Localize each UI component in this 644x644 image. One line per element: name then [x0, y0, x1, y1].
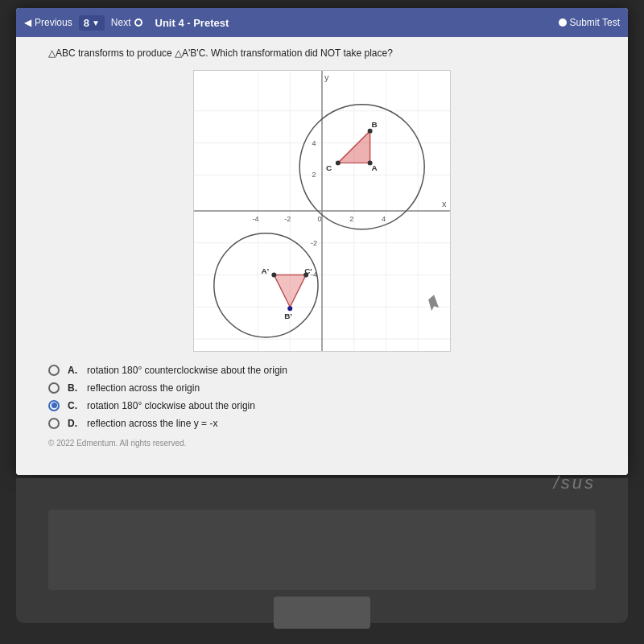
svg-text:-2: -2: [284, 215, 291, 223]
radio-a[interactable]: [48, 365, 60, 376]
answer-row-b[interactable]: B. reflection across the origin: [48, 382, 596, 394]
previous-icon: ◀: [24, 17, 31, 28]
graph-container: x y -4 -2 0 2 4 4 2 -2 -4: [193, 70, 451, 352]
svg-point-35: [336, 160, 341, 165]
submit-test-button[interactable]: Submit Test: [559, 17, 620, 28]
submit-label: Submit Test: [570, 17, 620, 28]
question-number-control[interactable]: 8 ▼: [79, 15, 105, 31]
asus-logo: /sus: [48, 473, 596, 493]
nav-bar: ◀ Previous 8 ▼ Next Unit 4 - Pretest Sub…: [16, 8, 628, 37]
question-number: 8: [84, 17, 89, 29]
svg-text:B: B: [372, 119, 378, 128]
svg-text:C: C: [326, 163, 332, 172]
answer-row-a[interactable]: A. rotation 180° counterclockwise about …: [48, 365, 596, 376]
svg-point-41: [271, 272, 276, 277]
previous-label: Previous: [35, 17, 72, 28]
answer-row-d[interactable]: D. reflection across the line y = -x: [48, 418, 596, 429]
answer-label-d: D.: [68, 418, 79, 429]
page-title: Unit 4 - Pretest: [155, 17, 229, 29]
svg-text:B': B': [284, 312, 292, 320]
svg-text:-4: -4: [253, 215, 259, 223]
submit-icon: [559, 19, 567, 27]
main-content: △ABC transforms to produce △A'B'C. Which…: [16, 37, 628, 475]
chevron-down-icon: ▼: [92, 19, 100, 27]
laptop-body: /sus: [16, 478, 628, 623]
svg-text:x: x: [442, 199, 447, 208]
answer-label-c: C.: [68, 400, 79, 411]
answer-text-d: reflection across the line y = -x: [87, 418, 217, 429]
svg-text:4: 4: [382, 215, 386, 223]
svg-text:4: 4: [312, 138, 316, 147]
svg-point-43: [287, 306, 292, 311]
svg-point-33: [368, 128, 373, 133]
question-text: △ABC transforms to produce △A'B'C. Which…: [48, 47, 596, 60]
svg-text:-2: -2: [311, 239, 317, 247]
answer-choices: A. rotation 180° counterclockwise about …: [48, 365, 596, 429]
answer-row-c[interactable]: C. rotation 180° clockwise about the ori…: [48, 400, 596, 411]
svg-text:2: 2: [312, 171, 316, 179]
answer-label-b: B.: [68, 382, 79, 394]
previous-button[interactable]: ◀ Previous: [24, 17, 72, 28]
radio-d[interactable]: [48, 418, 60, 429]
svg-text:2: 2: [349, 215, 353, 223]
footer-copyright: © 2022 Edmentum. All rights reserved.: [48, 439, 596, 448]
answer-text-a: rotation 180° counterclockwise about the…: [87, 365, 287, 376]
touchpad: [274, 597, 370, 629]
next-circle-icon: [134, 19, 142, 27]
svg-text:A': A': [261, 266, 269, 275]
answer-text-c: rotation 180° clockwise about the origin: [87, 400, 255, 411]
svg-point-34: [368, 160, 373, 165]
radio-c-fill: [52, 402, 57, 408]
next-label: Next: [111, 17, 131, 28]
svg-point-42: [303, 272, 308, 277]
keyboard: [48, 510, 596, 590]
svg-text:A: A: [372, 163, 378, 172]
svg-text:y: y: [324, 72, 329, 82]
answer-label-a: A.: [68, 365, 79, 376]
radio-b[interactable]: [48, 382, 60, 394]
svg-text:0: 0: [318, 215, 322, 223]
coordinate-graph: x y -4 -2 0 2 4 4 2 -2 -4: [194, 71, 450, 351]
radio-c[interactable]: [48, 400, 60, 411]
next-button[interactable]: Next: [111, 17, 142, 28]
answer-text-b: reflection across the origin: [87, 382, 200, 394]
